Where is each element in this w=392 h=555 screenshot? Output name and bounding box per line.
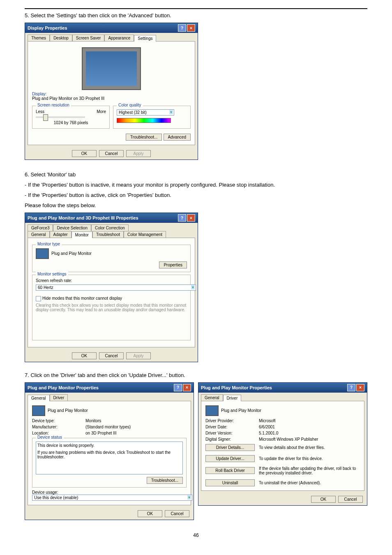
driver-date-label: Driver Date: [205,425,255,429]
device-type-label: Device type: [32,419,81,423]
hide-modes-desc: Clearing this check box allows you to se… [36,303,187,312]
ok-button[interactable]: OK [138,510,162,517]
step7-text: 7. Click on the 'Driver' tab and then cl… [25,372,367,378]
color-quality-label: Color quality [117,103,143,107]
apply-button: Apply [126,352,151,359]
color-quality-select[interactable]: Highest (32 bit) [117,109,174,116]
tab-monitor[interactable]: Monitor [71,231,92,238]
tab-adapter[interactable]: Adapter [50,231,71,238]
pnp-properties-driver-dialog: Plug and Play Monitor Properties ? × Gen… [198,382,367,506]
driver-provider-label: Driver Provider: [205,419,255,423]
device-type-value: Monitors [85,419,187,423]
monitor-settings-label: Monitor settings [36,272,68,276]
monitor-preview-icon [82,47,141,90]
device-usage-select[interactable]: Use this device (enable) [32,495,192,501]
cancel-button[interactable]: Cancel [165,510,189,517]
display-value: Plug and Play Monitor on 3D Prophet III [32,96,191,101]
tab-color-correction[interactable]: Color Correction [91,224,129,231]
tab-troubleshoot[interactable]: Troubleshoot [92,231,124,238]
page-number: 46 [25,532,367,538]
properties-button[interactable]: Properties [159,261,187,268]
device-status-label: Device status [36,435,64,439]
dialog-title: Plug and Play Monitor and 3D Prophet III… [28,215,138,220]
device-usage-label: Device usage: [32,490,187,495]
tab-driver[interactable]: Driver [223,395,242,401]
monitor-properties-dialog: Plug and Play Monitor and 3D Prophet III… [25,213,198,362]
note1: - If the 'Properties' button is inactive… [25,182,367,188]
driver-details-button[interactable]: Driver Details... [205,444,255,451]
manufacturer-value: (Standard monitor types) [85,425,187,429]
titlebar: Display Properties ? × [25,23,198,33]
refresh-rate-select[interactable]: 60 Hertz [36,284,196,291]
dialog-title: Display Properties [28,25,67,30]
cancel-button[interactable]: Cancel [99,150,124,157]
troubleshoot-button[interactable]: Troubleshoot... [126,134,162,141]
dialog-title: Plug and Play Monitor Properties [28,385,99,390]
driver-version-value: 5.1.2001.0 [259,431,360,435]
ok-button[interactable]: OK [72,150,97,157]
tab-screensaver[interactable]: Screen Saver [72,35,105,41]
device-name: Plug and Play Monitor [48,408,88,413]
hide-modes-label: Hide modes that this monitor cannot disp… [42,296,122,301]
close-icon[interactable]: × [183,384,191,391]
help-icon[interactable]: ? [178,214,186,222]
troubleshoot-button[interactable]: Troubleshoot... [147,477,183,484]
update-driver-button[interactable]: Update Driver... [205,455,255,462]
device-status-text: This device is working properly. If you … [36,442,183,474]
pnp-properties-general-dialog: Plug and Play Monitor Properties ? × Gen… [25,382,194,520]
note3: Please follow the steps below. [25,202,367,208]
tab-device-selection[interactable]: Device Selection [53,224,91,231]
cancel-button[interactable]: Cancel [338,496,363,503]
tab-general[interactable]: General [201,394,223,401]
close-icon[interactable]: × [356,384,364,391]
driver-date-value: 6/6/2001 [259,425,360,429]
screen-resolution-label: Screen resolution [36,103,71,107]
tab-geforce3[interactable]: GeForce3 [28,224,53,231]
uninstall-desc: To uninstall the driver (Advanced). [259,481,360,485]
driver-details-desc: To view details about the driver files. [259,445,360,450]
monitor-type-value: Plug and Play Monitor [51,251,92,256]
close-icon[interactable]: × [187,24,195,32]
help-icon[interactable]: ? [178,24,186,32]
update-driver-desc: To update the driver for this device. [259,456,360,461]
uninstall-button[interactable]: Uninstall [205,479,255,486]
driver-provider-value: Microsoft [259,419,360,423]
close-icon[interactable]: × [187,214,195,222]
cancel-button[interactable]: Cancel [99,352,124,359]
tabs: Themes Desktop Screen Saver Appearance S… [25,33,198,41]
tab-themes[interactable]: Themes [28,35,50,41]
tab-driver[interactable]: Driver [50,394,68,401]
tab-general[interactable]: General [28,395,50,401]
tab-color-management[interactable]: Color Management [124,231,166,238]
tab-desktop[interactable]: Desktop [50,35,72,41]
dialog-title: Plug and Play Monitor Properties [201,385,272,390]
hide-modes-checkbox[interactable] [36,296,41,301]
tab-general[interactable]: General [28,231,50,238]
tab-appearance[interactable]: Appearance [104,35,134,41]
apply-button: Apply [126,150,151,157]
rollback-driver-button[interactable]: Roll Back Driver [205,467,255,474]
note2: - If the 'Properties' button is active, … [25,192,367,198]
driver-version-label: Driver Version: [205,431,255,435]
step5-text: 5. Select the 'Settings' tab then click … [25,12,367,18]
step6-text: 6. Select 'Monitor' tab [25,171,367,178]
monitor-icon [32,405,45,416]
help-icon[interactable]: ? [174,384,182,391]
refresh-rate-label: Screen refresh rate: [36,278,187,283]
display-label: Display: [32,92,191,96]
ok-button[interactable]: OK [72,352,97,359]
display-properties-dialog: Display Properties ? × Themes Desktop Sc… [25,23,198,160]
color-bar-icon [117,118,171,123]
advanced-button[interactable]: Advanced [164,134,191,141]
resolution-slider[interactable] [36,116,85,118]
device-name: Plug and Play Monitor [221,408,261,413]
resolution-value: 1024 by 768 pixels [36,120,106,125]
ok-button[interactable]: OK [311,496,336,503]
monitor-icon [36,248,49,259]
rollback-driver-desc: If the device fails after updating the d… [259,466,360,475]
monitor-type-label: Monitor type [36,242,62,246]
monitor-icon [205,405,219,416]
tab-settings[interactable]: Settings [134,35,156,42]
digital-signer-value: Microsoft Windows XP Publisher [259,437,360,442]
help-icon[interactable]: ? [347,384,355,391]
